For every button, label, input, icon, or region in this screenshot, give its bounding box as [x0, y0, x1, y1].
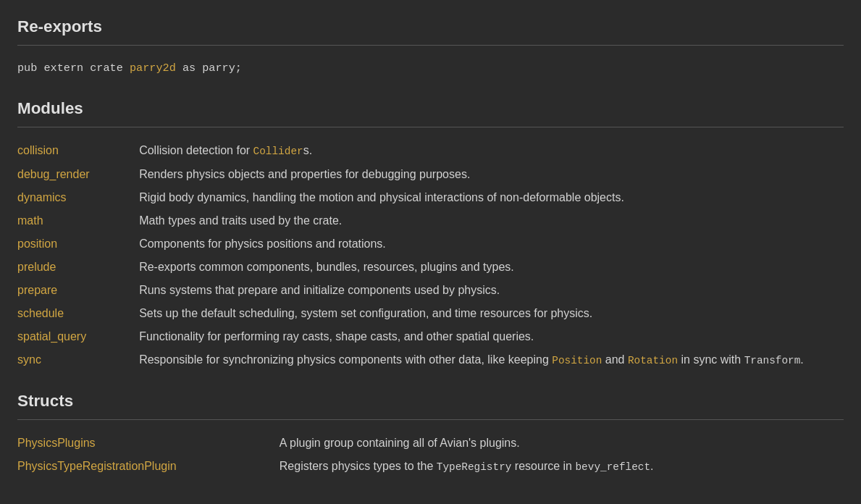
- table-row: syncResponsible for synchronizing physic…: [17, 348, 844, 372]
- desc-end: .: [800, 353, 803, 366]
- module-desc-cell: Components for physics positions and rot…: [139, 232, 844, 256]
- module-name-cell: schedule: [17, 302, 139, 325]
- table-row: spatial_queryFunctionality for performin…: [17, 325, 844, 348]
- reexport-code-end: as parry;: [176, 62, 242, 75]
- code-ref2: bevy_reflect: [575, 461, 650, 473]
- reexports-section: Re-exports pub extern crate parry2d as p…: [17, 14, 844, 79]
- struct-link[interactable]: PhysicsPlugins: [17, 437, 96, 449]
- desc-mid: resource in: [511, 460, 575, 472]
- reexport-code-start: pub extern crate: [17, 62, 130, 75]
- table-row: PhysicsPluginsA plugin group containing …: [17, 432, 844, 455]
- module-name-cell: math: [17, 209, 139, 232]
- desc-text: A plugin group containing all of Avian's…: [280, 437, 520, 449]
- module-link[interactable]: dynamics: [17, 191, 67, 203]
- modules-table: collisionCollision detection for Collide…: [17, 139, 844, 371]
- struct-name-cell: PhysicsTypeRegistrationPlugin: [17, 455, 280, 479]
- table-row: debug_renderRenders physics objects and …: [17, 163, 844, 186]
- code-ref1: Position: [552, 355, 602, 366]
- table-row: scheduleSets up the default scheduling, …: [17, 302, 844, 325]
- desc-text: Collision detection for: [139, 144, 253, 156]
- structs-divider: [17, 419, 844, 420]
- modules-divider: [17, 127, 844, 127]
- struct-name-cell: PhysicsPlugins: [17, 432, 280, 455]
- module-link[interactable]: sync: [17, 353, 41, 366]
- module-desc-cell: Responsible for synchronizing physics co…: [139, 348, 844, 372]
- module-desc-cell: Functionality for performing ray casts, …: [139, 325, 844, 348]
- table-row: collisionCollision detection for Collide…: [17, 139, 844, 163]
- module-name-cell: spatial_query: [17, 325, 139, 348]
- module-name-cell: prepare: [17, 279, 139, 302]
- desc-mid2: in sync with: [678, 353, 744, 366]
- module-desc-cell: Math types and traits used by the crate.: [139, 209, 844, 232]
- modules-heading: Modules: [17, 96, 844, 121]
- struct-desc-cell: Registers physics types to the TypeRegis…: [280, 455, 844, 479]
- module-name-cell: collision: [17, 139, 139, 163]
- structs-table: PhysicsPluginsA plugin group containing …: [17, 432, 844, 479]
- desc-text: Functionality for performing ray casts, …: [139, 330, 534, 343]
- module-link[interactable]: position: [17, 238, 57, 250]
- desc-text: Renders physics objects and properties f…: [139, 168, 470, 180]
- module-desc-cell: Sets up the default scheduling, system s…: [139, 302, 844, 325]
- desc-text: Math types and traits used by the crate.: [139, 214, 342, 227]
- structs-section: Structs PhysicsPluginsA plugin group con…: [17, 389, 844, 478]
- module-link[interactable]: prelude: [17, 261, 56, 273]
- code-ref3: Transform: [744, 355, 801, 366]
- module-desc-cell: Runs systems that prepare and initialize…: [139, 279, 844, 302]
- module-link[interactable]: spatial_query: [17, 330, 86, 343]
- module-name-cell: debug_render: [17, 163, 139, 186]
- table-row: dynamicsRigid body dynamics, handling th…: [17, 186, 844, 209]
- table-row: positionComponents for physics positions…: [17, 232, 844, 256]
- parry2d-link[interactable]: parry2d: [130, 62, 176, 75]
- module-name-cell: sync: [17, 348, 139, 372]
- struct-link[interactable]: PhysicsTypeRegistrationPlugin: [17, 460, 177, 472]
- code-ref: Collider: [253, 146, 303, 157]
- table-row: preludeRe-exports common components, bun…: [17, 256, 844, 279]
- desc-text: Responsible for synchronizing physics co…: [139, 353, 552, 366]
- code-ref2: Rotation: [628, 355, 678, 366]
- structs-heading: Structs: [17, 389, 844, 413]
- module-link[interactable]: math: [17, 214, 43, 227]
- module-desc-cell: Collision detection for Colliders.: [139, 139, 844, 163]
- desc-text: Re-exports common components, bundles, r…: [139, 261, 514, 273]
- code-ref1: TypeRegistry: [437, 461, 512, 473]
- desc-end: s.: [303, 144, 312, 156]
- module-link[interactable]: collision: [17, 144, 59, 156]
- module-desc-cell: Re-exports common components, bundles, r…: [139, 256, 844, 279]
- reexports-divider: [17, 45, 844, 46]
- module-desc-cell: Renders physics objects and properties f…: [139, 163, 844, 186]
- desc-text: Rigid body dynamics, handling the motion…: [139, 191, 624, 203]
- module-link[interactable]: prepare: [17, 284, 57, 296]
- reexport-code: pub extern crate parry2d as parry;: [17, 57, 844, 80]
- reexports-heading: Re-exports: [17, 14, 844, 39]
- module-link[interactable]: debug_render: [17, 168, 90, 180]
- module-link[interactable]: schedule: [17, 307, 64, 319]
- table-row: mathMath types and traits used by the cr…: [17, 209, 844, 232]
- desc-text: Sets up the default scheduling, system s…: [139, 307, 592, 319]
- table-row: prepareRuns systems that prepare and ini…: [17, 279, 844, 302]
- desc-text: Components for physics positions and rot…: [139, 238, 386, 250]
- struct-desc-cell: A plugin group containing all of Avian's…: [280, 432, 844, 455]
- desc-end: .: [650, 460, 653, 472]
- table-row: PhysicsTypeRegistrationPluginRegisters p…: [17, 455, 844, 479]
- modules-section: Modules collisionCollision detection for…: [17, 96, 844, 371]
- desc-text: Runs systems that prepare and initialize…: [139, 284, 500, 296]
- desc-text: Registers physics types to the: [280, 460, 437, 472]
- module-desc-cell: Rigid body dynamics, handling the motion…: [139, 186, 844, 209]
- desc-mid: and: [602, 353, 628, 366]
- module-name-cell: dynamics: [17, 186, 139, 209]
- module-name-cell: position: [17, 232, 139, 256]
- module-name-cell: prelude: [17, 256, 139, 279]
